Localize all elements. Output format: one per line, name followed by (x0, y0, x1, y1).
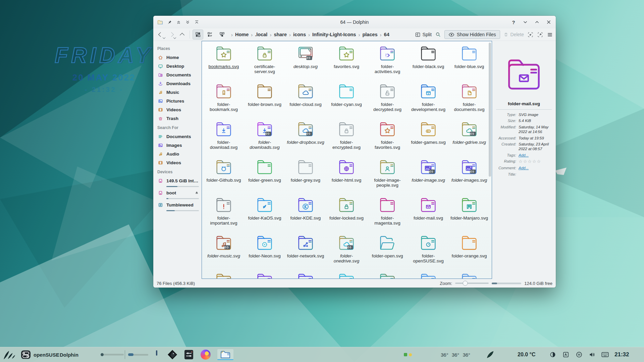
file-item[interactable]: folder-magenta.svg (367, 194, 408, 232)
back-button[interactable] (156, 30, 165, 39)
zoom-slider[interactable] (455, 283, 489, 284)
icons-view-button[interactable] (193, 29, 203, 40)
sidebar-item-pictures[interactable]: Pictures (157, 97, 200, 105)
breadcrumb-item[interactable]: .local (254, 31, 269, 38)
file-item[interactable]: folder-documents.svg (449, 80, 490, 118)
file-item[interactable]: folder-Manjaro.svg (449, 194, 490, 232)
night-color-tray-icon[interactable] (549, 351, 556, 358)
file-item[interactable]: desktop.svg (285, 43, 326, 80)
mixer-app-icon[interactable] (184, 349, 194, 360)
help-button[interactable]: ? (511, 19, 517, 25)
file-item[interactable]: folder-images.svg (449, 156, 490, 194)
sidebar-item-home[interactable]: Home (157, 53, 200, 62)
file-item[interactable]: folder-decrypted.svg (367, 80, 408, 118)
file-item-partial[interactable] (367, 270, 408, 279)
sidebar-item-tumbleweed[interactable]: Tumbleweed (157, 200, 200, 209)
tray-mini-green-icon[interactable] (404, 353, 407, 356)
file-item[interactable]: folder-Neon.svg (244, 232, 285, 270)
file-item[interactable]: folder-dropbox.svg (285, 118, 326, 156)
file-item[interactable]: folder-mail.svg (408, 194, 449, 232)
move-to-top-icon[interactable] (194, 20, 199, 25)
zoom-slider-handle[interactable] (463, 281, 468, 286)
tray-mini-icons[interactable] (404, 353, 412, 356)
firefox-icon[interactable] (201, 350, 211, 360)
sidebar-item-videos[interactable]: Videos (157, 105, 200, 114)
file-item[interactable]: folder-games.svg (408, 118, 449, 156)
forward-button[interactable] (167, 30, 176, 39)
file-item[interactable]: certificate-server.svg (244, 43, 285, 80)
sidebar-item-downloads[interactable]: Downloads (157, 79, 200, 88)
file-item[interactable]: folder-grey.svg (285, 156, 326, 194)
add-link[interactable]: Add... (519, 166, 529, 170)
sidebar-item-documents[interactable]: Documents (157, 132, 200, 141)
sidebar-item-audio[interactable]: Audio (157, 149, 200, 158)
compact-view-button[interactable] (205, 29, 215, 40)
file-item-partial[interactable] (326, 270, 367, 279)
volume-tray-icon[interactable] (589, 351, 596, 358)
file-item-partial[interactable] (244, 270, 285, 279)
sidebar-item-documents[interactable]: Documents (157, 70, 200, 79)
file-item[interactable]: bookmarks.svg (203, 43, 244, 80)
panel-slider-1[interactable] (101, 353, 124, 356)
active-app-group[interactable]: openSUSE (21, 350, 59, 359)
file-item[interactable]: folder-Github.svg (203, 156, 244, 194)
dolphin-task-icon[interactable] (217, 349, 233, 360)
keyboard-tray-icon[interactable] (601, 352, 609, 358)
file-item[interactable]: folder-favorites.svg (367, 118, 408, 156)
file-item[interactable]: folder-open.svg (367, 232, 408, 270)
file-item[interactable]: folder-bookmark.svg (203, 80, 244, 118)
breadcrumb-item[interactable]: places (361, 31, 379, 38)
file-item[interactable]: favorites.svg (326, 43, 367, 80)
leaf-widget-icon[interactable] (486, 350, 495, 359)
sidebar-item-149-5-gib-intern-[interactable]: 149.5 GiB Intern… (157, 176, 200, 185)
file-item-partial[interactable] (285, 270, 326, 279)
breadcrumb-item[interactable]: Infinity-Light-Icons (311, 31, 357, 38)
tray-mini-yellow-icon[interactable] (409, 353, 412, 356)
file-view[interactable]: bookmarks.svgcertificate-server.svgdeskt… (202, 41, 492, 279)
app-launcher-button[interactable] (3, 349, 16, 360)
scrollbar[interactable] (489, 43, 491, 177)
file-item[interactable]: folder-orange.svg (449, 232, 490, 270)
sidebar-item-videos[interactable]: Videos (157, 158, 200, 167)
hamburger-menu-icon[interactable] (547, 32, 553, 38)
sidebar-item-boot[interactable]: boot (157, 188, 200, 197)
file-item[interactable]: folder-cyan.svg (326, 80, 367, 118)
file-item[interactable]: folder-html.svg (326, 156, 367, 194)
zoom-out-select-icon[interactable] (537, 32, 543, 38)
keep-below-icon[interactable] (185, 20, 190, 25)
sidebar-item-desktop[interactable]: Desktop (157, 62, 200, 70)
file-item[interactable]: folder-onedrive.svg (326, 232, 367, 270)
file-item[interactable]: folder-openSUSE.svg (408, 232, 449, 270)
file-item[interactable]: folder-music.svg (203, 232, 244, 270)
input-method-tray-icon[interactable] (562, 351, 569, 358)
file-item[interactable]: folder-image.svg (408, 156, 449, 194)
show-hidden-files-button[interactable]: Show Hidden Files (444, 30, 500, 39)
delete-button[interactable]: Delete (503, 32, 524, 37)
details-view-button[interactable] (217, 29, 227, 40)
file-item[interactable]: folder-black.svg (408, 43, 449, 80)
file-item-partial[interactable] (449, 270, 490, 279)
sidebar-item-music[interactable]: Music (157, 88, 200, 97)
breadcrumb-item[interactable]: share (272, 31, 288, 38)
file-item[interactable]: folder-KaOS.svg (244, 194, 285, 232)
file-item-partial[interactable] (408, 270, 449, 279)
file-item[interactable]: folder-downloads.svg (244, 118, 285, 156)
file-item[interactable]: folder-development.svg (408, 80, 449, 118)
sidebar-item-images[interactable]: Images (157, 141, 200, 149)
pause-tray-icon[interactable] (576, 351, 583, 358)
maximize-button[interactable] (534, 19, 540, 25)
zoom-in-select-icon[interactable] (527, 32, 534, 38)
file-item[interactable]: folder-activities.svg (367, 43, 408, 80)
sidebar-item-trash[interactable]: Trash (157, 114, 200, 123)
pin-icon[interactable] (167, 20, 172, 25)
clock[interactable]: 21:32 (614, 351, 629, 358)
file-item[interactable]: folder-important.svg (203, 194, 244, 232)
file-item[interactable]: folder-network.svg (285, 232, 326, 270)
file-item[interactable]: folder-gdrive.svg (449, 118, 490, 156)
file-item[interactable]: folder-KDE.svg (285, 194, 326, 232)
add-link[interactable]: Add... (519, 153, 529, 157)
display-settings-icon[interactable] (152, 350, 162, 359)
search-icon[interactable] (435, 32, 441, 38)
rating-stars[interactable]: ☆☆☆☆☆ (519, 159, 541, 164)
file-item-partial[interactable] (203, 270, 244, 279)
